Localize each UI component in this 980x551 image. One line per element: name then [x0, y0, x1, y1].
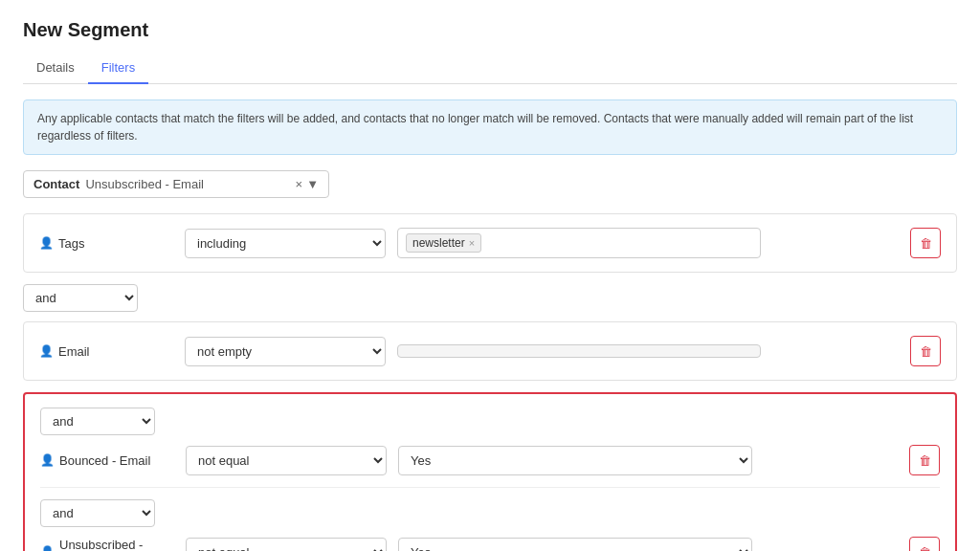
- person-icon-tags: 👤: [39, 236, 54, 250]
- info-banner: Any applicable contacts that match the f…: [23, 99, 957, 155]
- and-select-1[interactable]: and or: [23, 284, 138, 312]
- unsubscribed-value-select[interactable]: Yes No: [398, 538, 752, 552]
- field-label-tags-text: Tags: [58, 236, 84, 251]
- page-title: New Segment: [23, 19, 957, 41]
- and-separator-unsubscribed: and or: [40, 499, 940, 527]
- contact-label: Contact: [33, 177, 79, 191]
- filter-section-tags: 👤 Tags including excluding newsletter × …: [23, 213, 957, 273]
- and-select-unsubscribed[interactable]: and or: [40, 499, 155, 527]
- field-label-unsubscribed-text: Unsubscribed - Email: [59, 538, 174, 551]
- inner-and-section: and or 👤 Unsubscribed - Email not equal …: [40, 487, 940, 551]
- tag-newsletter-label: newsletter: [412, 236, 465, 250]
- person-icon-bounced: 👤: [40, 453, 55, 467]
- field-label-bounced-text: Bounced - Email: [59, 453, 150, 468]
- chevron-down-icon: ▼: [306, 177, 319, 191]
- contact-clear-button[interactable]: × ▼: [296, 177, 319, 191]
- email-operator-select[interactable]: not empty empty equal not equal contains…: [185, 337, 386, 366]
- person-icon-unsubscribed: 👤: [40, 545, 55, 551]
- email-delete-button[interactable]: 🗑: [910, 336, 941, 366]
- tab-details[interactable]: Details: [23, 53, 88, 84]
- field-label-email: 👤 Email: [39, 344, 173, 359]
- filter-row-unsubscribed: 👤 Unsubscribed - Email not equal equal e…: [40, 537, 940, 551]
- contact-filter-bar[interactable]: Contact Unsubscribed - Email × ▼: [23, 170, 329, 198]
- field-label-tags: 👤 Tags: [39, 236, 173, 251]
- filter-row-tags: 👤 Tags including excluding newsletter × …: [39, 228, 941, 258]
- unsubscribed-delete-button[interactable]: 🗑: [909, 537, 940, 551]
- email-value-input: [397, 344, 761, 358]
- tag-newsletter: newsletter ×: [406, 233, 481, 253]
- filter-row-bounced: 👤 Bounced - Email not equal equal empty …: [40, 445, 940, 475]
- tags-value-input[interactable]: newsletter ×: [397, 228, 761, 258]
- person-icon-email: 👤: [39, 344, 54, 358]
- filter-section-email: 👤 Email not empty empty equal not equal …: [23, 321, 957, 381]
- unsubscribed-operator-select[interactable]: not equal equal empty not empty: [186, 538, 387, 552]
- and-separator-1: and or: [23, 284, 957, 312]
- and-select-bounced[interactable]: and or: [40, 408, 155, 435]
- and-separator-bounced: and or: [40, 408, 940, 435]
- bounced-value-select[interactable]: Yes No: [398, 446, 752, 475]
- contact-value: Unsubscribed - Email: [85, 177, 295, 191]
- bounced-operator-select[interactable]: not equal equal empty not empty: [186, 446, 387, 475]
- highlighted-filter-block: and or 👤 Bounced - Email not equal equal…: [23, 392, 957, 551]
- tags-delete-button[interactable]: 🗑: [910, 228, 941, 258]
- field-label-unsubscribed: 👤 Unsubscribed - Email: [40, 538, 174, 551]
- filter-row-email: 👤 Email not empty empty equal not equal …: [39, 336, 941, 366]
- field-label-email-text: Email: [58, 344, 90, 359]
- tab-filters[interactable]: Filters: [88, 53, 148, 84]
- tag-newsletter-remove[interactable]: ×: [469, 237, 475, 249]
- tags-operator-select[interactable]: including excluding: [185, 229, 386, 258]
- field-label-bounced: 👤 Bounced - Email: [40, 453, 174, 468]
- tabs-bar: Details Filters: [23, 53, 957, 84]
- bounced-delete-button[interactable]: 🗑: [909, 445, 940, 475]
- x-icon: ×: [296, 177, 303, 191]
